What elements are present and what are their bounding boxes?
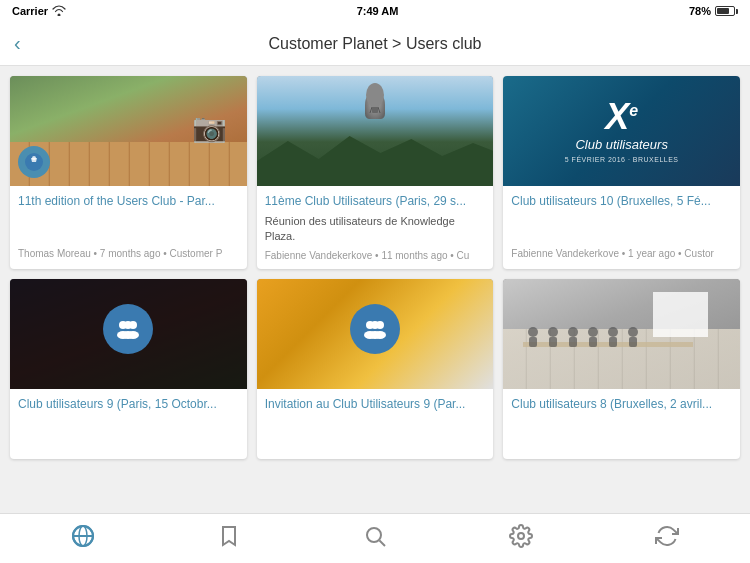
list-item[interactable]: Club utilisateurs 9 (Paris, 15 Octobr...	[10, 279, 247, 459]
tab-sync[interactable]	[594, 524, 740, 553]
battery-percent: 78%	[689, 5, 711, 17]
club10-title: Club utilisateurs	[575, 137, 668, 152]
card-body: Invitation au Club Utilisateurs 9 (Par..…	[257, 389, 494, 459]
svg-point-15	[371, 321, 379, 329]
svg-rect-19	[653, 292, 708, 337]
svg-point-3	[366, 83, 384, 107]
card-title: Invitation au Club Utilisateurs 9 (Par..…	[265, 397, 486, 413]
group-icon	[103, 304, 153, 354]
card-desc: Réunion des utilisateurs de Knowledge Pl…	[265, 214, 486, 245]
carrier-label: Carrier	[12, 5, 48, 17]
svg-point-23	[548, 327, 558, 337]
svg-point-1	[32, 156, 36, 160]
status-left: Carrier	[12, 5, 66, 18]
svg-rect-24	[549, 337, 557, 347]
card-desc	[18, 214, 239, 242]
svg-rect-26	[569, 337, 577, 347]
svg-point-31	[628, 327, 638, 337]
tab-bar	[0, 513, 750, 563]
svg-point-9	[124, 321, 132, 329]
card-body: Club utilisateurs 10 (Bruxelles, 5 Fé...…	[503, 186, 740, 267]
card-title: Club utilisateurs 8 (Bruxelles, 2 avril.…	[511, 397, 732, 413]
svg-point-38	[518, 533, 524, 539]
svg-rect-32	[629, 337, 637, 347]
home-icon	[71, 524, 95, 553]
svg-point-12	[122, 331, 134, 339]
nav-bar: ‹ Customer Planet > Users club	[0, 22, 750, 66]
card-body: Club utilisateurs 9 (Paris, 15 Octobr...	[10, 389, 247, 459]
card-meta: Fabienne Vandekerkove • 11 months ago • …	[265, 250, 486, 261]
card-image	[10, 76, 247, 186]
status-right: 78%	[689, 5, 738, 17]
card-title: Club utilisateurs 9 (Paris, 15 Octobr...	[18, 397, 239, 413]
sync-icon	[655, 524, 679, 553]
svg-point-18	[369, 331, 381, 339]
svg-point-36	[367, 528, 381, 542]
card-image	[257, 76, 494, 186]
list-item[interactable]: 11ème Club Utilisateurs (Paris, 29 s... …	[257, 76, 494, 269]
content-area: 11th edition of the Users Club - Par... …	[0, 66, 750, 513]
svg-rect-22	[529, 337, 537, 347]
nav-title: Customer Planet > Users club	[269, 35, 482, 53]
card-meta: Thomas Moreau • 7 months ago • Customer …	[18, 248, 239, 259]
svg-line-37	[380, 541, 386, 547]
tab-settings[interactable]	[448, 524, 594, 553]
tab-bookmark[interactable]	[156, 524, 302, 553]
card-image: Xe Club utilisateurs 5 FÉVRIER 2016 · BR…	[503, 76, 740, 186]
svg-point-25	[568, 327, 578, 337]
svg-marker-2	[257, 136, 494, 186]
card-title: Club utilisateurs 10 (Bruxelles, 5 Fé...	[511, 194, 732, 210]
card-body: Club utilisateurs 8 (Bruxelles, 2 avril.…	[503, 389, 740, 459]
settings-icon	[509, 524, 533, 553]
card-title: 11ème Club Utilisateurs (Paris, 29 s...	[265, 194, 486, 210]
svg-point-27	[588, 327, 598, 337]
club10-x: Xe	[605, 99, 638, 135]
svg-line-6	[378, 107, 380, 113]
card-desc	[18, 417, 239, 445]
card-desc	[511, 417, 732, 445]
svg-point-29	[608, 327, 618, 337]
search-icon	[363, 524, 387, 553]
svg-rect-4	[372, 107, 378, 113]
card-body: 11ème Club Utilisateurs (Paris, 29 s... …	[257, 186, 494, 269]
svg-rect-28	[589, 337, 597, 347]
card-body: 11th edition of the Users Club - Par... …	[10, 186, 247, 267]
card-image	[503, 279, 740, 389]
battery-icon	[715, 6, 738, 16]
svg-rect-20	[523, 342, 693, 347]
list-item[interactable]: Club utilisateurs 8 (Bruxelles, 2 avril.…	[503, 279, 740, 459]
bookmark-icon	[217, 524, 241, 553]
card-title: 11th edition of the Users Club - Par...	[18, 194, 239, 210]
card-image	[257, 279, 494, 389]
list-item[interactable]: Invitation au Club Utilisateurs 9 (Par..…	[257, 279, 494, 459]
back-button[interactable]: ‹	[14, 32, 21, 55]
svg-rect-30	[609, 337, 617, 347]
list-item[interactable]: 11th edition of the Users Club - Par... …	[10, 76, 247, 269]
cards-grid: 11th edition of the Users Club - Par... …	[10, 76, 740, 459]
tab-search[interactable]	[302, 524, 448, 553]
wifi-icon	[52, 5, 66, 18]
card-image	[10, 279, 247, 389]
list-item[interactable]: Xe Club utilisateurs 5 FÉVRIER 2016 · BR…	[503, 76, 740, 269]
card-meta: Fabienne Vandekerkove • 1 year ago • Cus…	[511, 248, 732, 259]
svg-line-5	[370, 107, 372, 113]
tab-home[interactable]	[10, 524, 156, 553]
card-desc	[265, 417, 486, 445]
svg-point-21	[528, 327, 538, 337]
card-desc	[511, 214, 732, 242]
club10-date: 5 FÉVRIER 2016 · BRUXELLES	[565, 156, 679, 163]
status-time: 7:49 AM	[357, 5, 399, 17]
group-icon	[350, 304, 400, 354]
card-logo	[18, 146, 50, 178]
status-bar: Carrier 7:49 AM 78%	[0, 0, 750, 22]
